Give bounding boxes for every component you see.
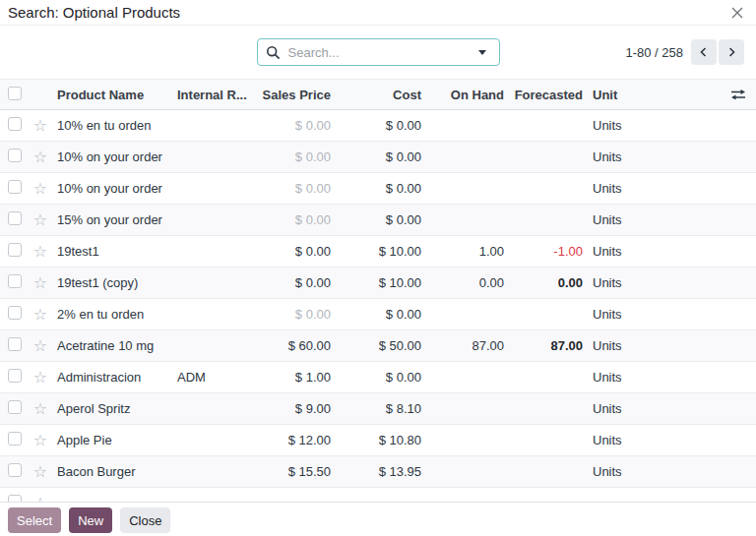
product-name-cell[interactable]: 10% en tu orden [53,118,173,133]
table-row[interactable]: ☆ 15% on your order $ 0.00 $ 0.00 Units [0,205,756,236]
column-header-sales-price[interactable]: Sales Price [257,88,337,102]
column-header-product-name[interactable]: Product Name [53,88,173,102]
dialog-title: Search: Optional Products [8,4,180,21]
unit-cell: Units [589,338,721,353]
table-row[interactable]: ☆ 19test1 $ 0.00 $ 10.00 1.00 -1.00 Unit… [0,236,756,268]
favorite-star-icon[interactable]: ☆ [33,181,47,197]
control-bar: 1-80 / 258 [0,26,756,79]
column-header-on-hand[interactable]: On Hand [427,88,510,102]
row-checkbox[interactable] [8,400,22,414]
row-checkbox[interactable] [8,243,22,257]
cost-cell: $ 0.00 [337,181,427,196]
pager-buttons [691,39,744,65]
row-checkbox[interactable] [8,337,22,351]
favorite-cell: ☆ [28,244,53,260]
cost-cell: $ 10.80 [337,433,427,447]
close-button[interactable]: Close [120,507,170,533]
row-checkbox[interactable] [8,274,22,288]
column-header-cost[interactable]: Cost [337,88,427,102]
favorite-star-icon[interactable]: ☆ [33,401,47,417]
product-name-cell[interactable]: 10% on your order [53,149,173,164]
column-header-forecasted[interactable]: Forecasted [510,88,589,102]
row-checkbox-cell [0,180,28,197]
forecasted-cell: -1.00 [510,244,589,259]
favorite-cell: ☆ [28,149,53,165]
table-row[interactable]: ☆ Bacon Burger $ 15.50 $ 13.95 Units [0,456,756,488]
favorite-star-icon[interactable]: ☆ [33,433,47,448]
product-name-cell[interactable]: 10% on your order [53,181,173,196]
favorite-star-icon[interactable]: ☆ [33,338,47,354]
sales-price-cell: $ 1.00 [257,370,337,385]
table-row[interactable]: ☆ 2% en tu orden $ 0.00 $ 0.00 Units [0,299,756,330]
unit-cell: Units [589,118,721,133]
table-row[interactable]: ☆ [0,488,756,502]
column-header-unit[interactable]: Unit [589,88,721,102]
product-name-cell[interactable]: 2% en tu orden [53,307,173,322]
pager-previous-button[interactable] [691,39,717,65]
favorite-cell: ☆ [28,118,53,134]
chevron-right-icon [725,46,737,58]
row-checkbox[interactable] [8,463,22,477]
row-checkbox[interactable] [8,306,22,320]
product-name-cell[interactable]: 19test1 (copy) [53,275,173,290]
cost-cell: $ 13.95 [337,464,427,479]
favorite-star-icon[interactable]: ☆ [33,149,47,165]
row-checkbox[interactable] [8,495,22,502]
cost-cell: $ 0.00 [337,370,427,385]
cost-cell: $ 10.00 [337,244,427,259]
row-checkbox[interactable] [8,432,22,446]
dialog-titlebar: Search: Optional Products [0,0,756,26]
product-name-cell[interactable]: Apple Pie [53,433,173,447]
table-row[interactable]: ☆ Apple Pie $ 12.00 $ 10.80 Units [0,425,756,456]
table-row[interactable]: ☆ 19test1 (copy) $ 0.00 $ 10.00 0.00 0.0… [0,268,756,299]
unit-cell: Units [589,307,721,322]
favorite-star-icon[interactable]: ☆ [33,275,47,291]
product-name-cell[interactable]: Bacon Burger [53,464,173,479]
column-header-internal-reference[interactable]: Internal R... [173,88,257,102]
pager-next-button[interactable] [719,39,744,65]
product-name-cell[interactable]: Administracion [53,370,173,385]
favorite-star-icon[interactable]: ☆ [33,370,47,386]
row-checkbox[interactable] [8,369,22,383]
favorite-star-icon[interactable]: ☆ [33,464,47,480]
row-checkbox-cell [0,149,28,165]
unit-cell: Units [589,401,721,416]
table-row[interactable]: ☆ Administracion ADM $ 1.00 $ 0.00 Units [0,362,756,393]
favorite-star-icon[interactable]: ☆ [33,307,47,323]
new-button[interactable]: New [69,507,112,533]
table-row[interactable]: ☆ Aperol Spritz $ 9.00 $ 8.10 Units [0,393,756,425]
product-name-cell[interactable]: 19test1 [53,244,173,259]
favorite-star-icon[interactable]: ☆ [33,118,47,134]
unit-cell: Units [589,275,721,290]
search-input[interactable] [286,44,473,61]
favorite-cell: ☆ [28,464,53,480]
product-name-cell[interactable]: 15% on your order [53,212,173,227]
adjust-columns-button[interactable] [730,88,746,101]
close-dialog-button[interactable] [726,2,748,24]
dropdown-caret-icon [478,50,486,55]
row-checkbox[interactable] [8,117,22,131]
sales-price-cell: $ 0.00 [257,118,337,133]
product-name-cell[interactable]: Acetratine 10 mg [53,338,173,353]
sales-price-cell: $ 0.00 [257,275,337,290]
product-name-cell[interactable]: Aperol Spritz [53,401,173,416]
select-all-checkbox[interactable] [8,87,22,100]
favorite-star-icon[interactable]: ☆ [33,212,47,228]
row-checkbox[interactable] [8,180,22,194]
row-checkbox-cell [0,400,28,417]
cost-cell: $ 8.10 [337,401,427,416]
table-row[interactable]: ☆ 10% en tu orden $ 0.00 $ 0.00 Units [0,110,756,142]
favorite-cell: ☆ [28,338,53,354]
table-row[interactable]: ☆ 10% on your order $ 0.00 $ 0.00 Units [0,142,756,173]
search-box[interactable] [257,38,500,66]
table-row[interactable]: ☆ 10% on your order $ 0.00 $ 0.00 Units [0,173,756,205]
favorite-star-icon[interactable]: ☆ [33,244,47,260]
row-checkbox[interactable] [8,149,22,162]
table-row[interactable]: ☆ Acetratine 10 mg $ 60.00 $ 50.00 87.00… [0,330,756,362]
row-checkbox[interactable] [8,211,22,225]
search-dropdown-button[interactable] [473,39,491,65]
on-hand-cell: 0.00 [427,275,510,290]
select-button[interactable]: Select [8,507,61,533]
close-icon [730,6,744,20]
favorite-cell: ☆ [28,433,53,448]
